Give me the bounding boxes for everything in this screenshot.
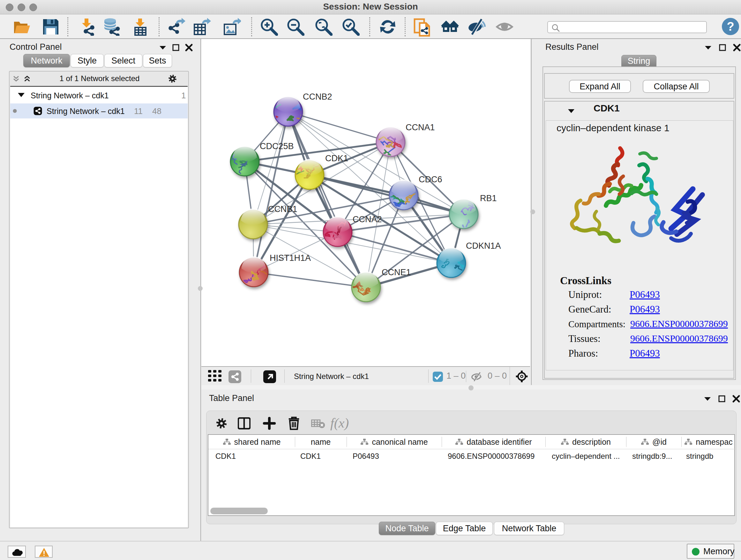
svg-text:CCNA2: CCNA2	[353, 214, 382, 224]
svg-text:?: ?	[727, 20, 734, 33]
svg-text:CCNB1: CCNB1	[268, 204, 297, 214]
svg-text:CCNA1: CCNA1	[406, 123, 435, 132]
svg-text:CDK1: CDK1	[325, 153, 348, 163]
svg-text:CDKN1A: CDKN1A	[466, 241, 501, 251]
svg-text:CCNB2: CCNB2	[303, 92, 332, 102]
svg-text:HIST1H1A: HIST1H1A	[270, 253, 311, 263]
svg-text:CDC6: CDC6	[419, 175, 442, 184]
svg-text:CCNE1: CCNE1	[382, 267, 411, 277]
svg-text:RB1: RB1	[480, 193, 497, 203]
svg-text:CDC25B: CDC25B	[260, 141, 294, 151]
